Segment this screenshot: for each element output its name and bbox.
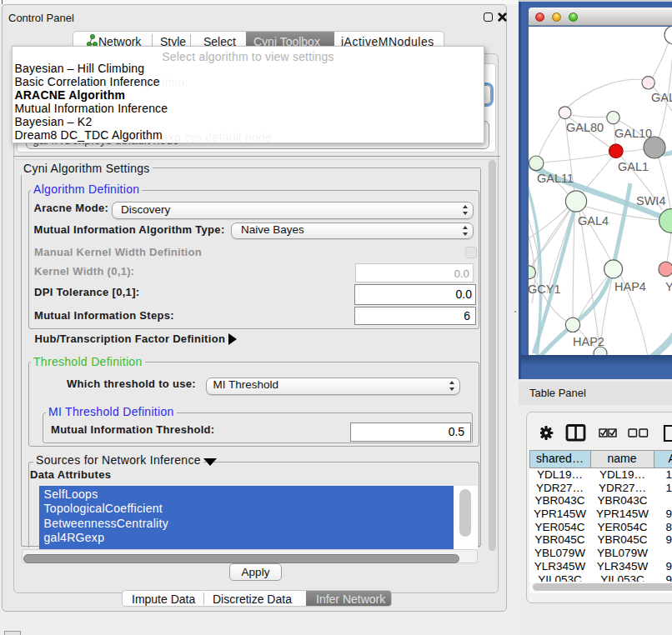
svg-text:SWI4: SWI4 xyxy=(636,194,665,208)
svg-text:GAL1: GAL1 xyxy=(618,160,649,173)
svg-text:GAL11: GAL11 xyxy=(537,172,574,185)
svg-text:HAP4: HAP4 xyxy=(614,280,646,293)
svg-text:GAL10: GAL10 xyxy=(614,127,652,140)
svg-text:GAL4: GAL4 xyxy=(578,214,609,228)
svg-text:GAL80: GAL80 xyxy=(566,121,604,134)
svg-text:GCY1: GCY1 xyxy=(529,282,561,296)
svg-text:Y: Y xyxy=(665,280,672,293)
svg-text:GAL2: GAL2 xyxy=(651,91,672,104)
svg-text:HAP2: HAP2 xyxy=(573,335,604,348)
